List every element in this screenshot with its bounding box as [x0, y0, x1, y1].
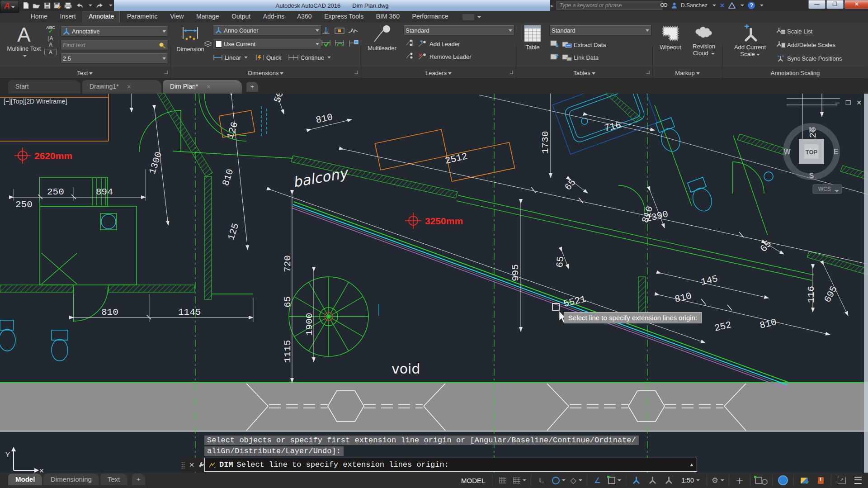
table-upload-icon[interactable] [550, 52, 559, 61]
isodraft-icon[interactable]: ◇ [569, 474, 583, 486]
leaders-panel-launcher-icon[interactable] [509, 71, 513, 74]
workspace-switching-icon[interactable]: ⚙ [710, 474, 726, 486]
status-bar-expand-icon[interactable]: ↗ [835, 474, 849, 486]
table-export-icon[interactable] [550, 40, 559, 48]
spell-check-icon[interactable]: ABC✓ [44, 25, 57, 34]
window-restore-button[interactable]: ❐ [826, 0, 844, 9]
command-expand-icon[interactable]: ▲ [690, 462, 693, 468]
text-height-combo[interactable]: 2.5 [61, 53, 168, 64]
ortho-mode-icon[interactable]: ∟ [534, 474, 549, 486]
panel-leaders-footer[interactable]: Leaders [362, 68, 515, 78]
help-dropdown-icon[interactable] [760, 5, 764, 6]
text-style-combo[interactable]: Annotative [61, 26, 168, 37]
model-paper-toggle[interactable]: MODEL [458, 474, 489, 486]
drawing-canvas[interactable]: 8105041261300810125250250894810114572065… [0, 94, 868, 473]
find-text-search-icon[interactable] [159, 42, 166, 48]
close-tab-icon[interactable]: ✕ [127, 84, 132, 90]
viewcube-east[interactable]: E [834, 148, 839, 156]
panel-annoscale-footer[interactable]: Annotation Scaling [723, 68, 868, 78]
tables-panel-launcher-icon[interactable] [646, 71, 649, 74]
command-customize-wrench-icon[interactable] [198, 461, 204, 468]
link-data-button[interactable]: Link Data [562, 52, 599, 62]
viewport-restore-icon[interactable]: ❐ [845, 99, 851, 106]
file-tab-start[interactable]: Start [8, 80, 80, 94]
open-file-icon[interactable] [33, 2, 41, 9]
redo-icon[interactable] [95, 2, 104, 9]
infocenter-collapse-icon[interactable]: ▸ [551, 2, 554, 9]
a360-dropdown-icon[interactable] [741, 5, 744, 6]
tab-parametric[interactable]: Parametric [122, 11, 163, 22]
panel-dimensions-footer[interactable]: Dimensions [171, 68, 360, 78]
undo-icon[interactable] [75, 2, 84, 9]
isolate-objects-icon[interactable] [754, 474, 769, 486]
dim-adjust-space-icon[interactable] [321, 26, 331, 35]
panel-tables-footer[interactable]: Tables [517, 68, 652, 78]
panel-text-footer[interactable]: Text [0, 68, 170, 78]
new-layout-button[interactable]: + [132, 474, 145, 485]
annotation-visibility-icon[interactable] [629, 474, 644, 486]
tab-a360[interactable]: A360 [292, 11, 317, 22]
object-snap-tracking-icon[interactable]: ∠ [590, 474, 605, 486]
user-dropdown-icon[interactable] [712, 5, 716, 6]
linear-dimension-button[interactable]: Linear [213, 52, 248, 62]
viewcube-top-face[interactable]: TOP [806, 149, 818, 156]
new-file-icon[interactable] [23, 2, 29, 9]
save-as-icon[interactable] [54, 2, 61, 9]
layout-tab-text[interactable]: Text [100, 474, 127, 485]
tab-manage[interactable]: Manage [191, 11, 225, 22]
tab-output[interactable]: Output [226, 11, 256, 22]
undo-dropdown-icon[interactable] [89, 5, 92, 6]
ribbon-display-dropdown-icon[interactable] [477, 16, 481, 18]
dim-jog-line-icon[interactable] [348, 26, 359, 35]
wcs-label[interactable]: WCS [818, 186, 831, 192]
viewcube-north[interactable]: N [809, 126, 814, 134]
signed-in-user[interactable]: D.Sanchez [681, 2, 708, 9]
tab-addins[interactable]: Add-ins [258, 11, 290, 22]
viewcube-west[interactable]: W [783, 148, 791, 156]
exchange-apps-icon[interactable]: ✕ [720, 2, 725, 9]
revision-cloud-button[interactable]: Revision Cloud [688, 24, 720, 57]
new-drawing-tab-button[interactable]: + [246, 82, 258, 92]
search-icon[interactable] [660, 2, 668, 9]
add-leader-button[interactable]: Add Leader [418, 39, 460, 49]
wipeout-button[interactable]: Wipeout [655, 24, 686, 51]
tab-insert[interactable]: Insert [55, 11, 81, 22]
ribbon-display-toggle-icon[interactable] [462, 14, 474, 20]
find-text-input[interactable]: Find text [61, 40, 168, 50]
multiline-text-button[interactable]: A Multiline Text [6, 24, 42, 59]
sync-scale-positions-button[interactable]: Sync Scale Positions [776, 53, 842, 63]
tab-performance[interactable]: Performance [407, 11, 454, 22]
text-panel-launcher-icon[interactable] [164, 71, 167, 74]
snap-mode-icon[interactable] [512, 474, 528, 486]
app-menu-button[interactable]: A [0, 0, 19, 13]
annotation-scale-icon[interactable] [662, 474, 676, 486]
command-close-icon[interactable]: ✕ [189, 461, 194, 469]
layout-tab-model[interactable]: Model [8, 474, 42, 485]
file-tab-drawing1[interactable]: Drawing1*✕ [82, 80, 161, 94]
recent-commands-icon[interactable] [208, 462, 216, 468]
dim-layer-combo[interactable]: Use Current [213, 39, 321, 49]
clean-screen-icon[interactable] [776, 474, 790, 486]
command-line-bar[interactable]: ⣿ ✕ DIM Select line to specify extension… [181, 458, 697, 472]
multileader-button[interactable]: Multileader [363, 24, 401, 52]
multileader-style-combo[interactable]: Standard [403, 25, 514, 36]
command-grip[interactable]: ⣿ ✕ [181, 458, 204, 472]
viewport-controls-label[interactable]: [−][Top][2D Wireframe] [4, 98, 67, 105]
dim-inspect-icon[interactable] [334, 26, 345, 35]
a360-icon[interactable] [728, 2, 736, 9]
text-height-icon[interactable]: A̲ [44, 49, 57, 55]
window-close-button[interactable]: ✕ [844, 0, 868, 9]
tab-annotate[interactable]: Annotate [83, 11, 120, 23]
search-input[interactable]: Type a keyword or phrase [557, 1, 662, 10]
file-tab-dim-plan[interactable]: Dim Plan*✕ [163, 80, 242, 94]
window-minimize-button[interactable]: — [808, 0, 826, 9]
viewport-buttons[interactable]: − ❐ ✕ [835, 99, 862, 106]
tab-home[interactable]: Home [25, 11, 53, 22]
viewport-close-icon[interactable]: ✕ [856, 99, 862, 106]
dimensions-panel-launcher-icon[interactable] [354, 71, 358, 74]
tab-bim360[interactable]: BIM 360 [371, 11, 405, 22]
dim-break-icon[interactable] [348, 39, 359, 48]
grid-display-icon[interactable] [495, 474, 510, 486]
add-delete-scales-button[interactable]: Add/Delete Scales [776, 40, 835, 50]
leader-collect-icon[interactable] [405, 52, 415, 60]
